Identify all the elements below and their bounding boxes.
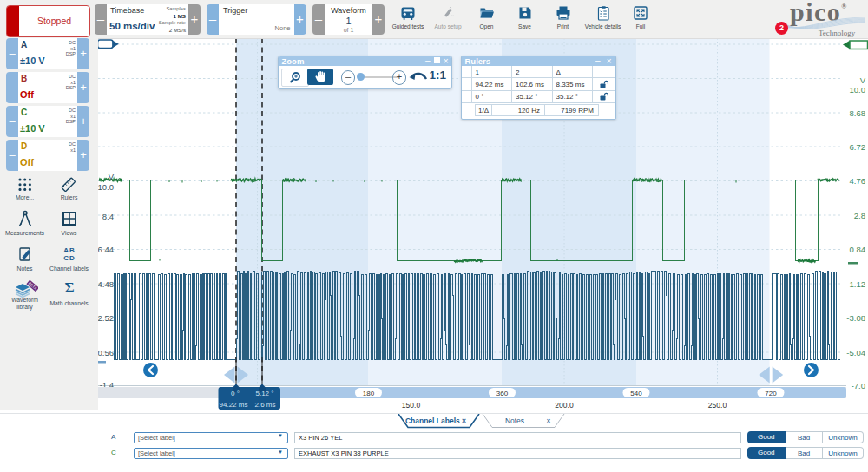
svg-text:2.52: 2.52 [98, 313, 115, 323]
svg-text:540: 540 [630, 390, 642, 397]
svg-text:V: V [108, 172, 115, 181]
svg-text:10.0: 10.0 [98, 182, 115, 192]
svg-text:4.48: 4.48 [98, 279, 115, 289]
svg-text:Notes: Notes [505, 416, 524, 425]
svg-text:2.8: 2.8 [854, 211, 865, 220]
svg-text:4.76: 4.76 [850, 176, 866, 186]
svg-text:94.22 ms: 94.22 ms [220, 401, 248, 409]
svg-text:360: 360 [496, 390, 509, 397]
svg-text:6.72: 6.72 [850, 142, 866, 152]
svg-text:150.0: 150.0 [402, 401, 421, 410]
svg-text:0 °: 0 ° [231, 390, 240, 397]
svg-text:V: V [860, 75, 866, 85]
svg-text:-1.12: -1.12 [846, 279, 865, 289]
svg-text:250.0: 250.0 [708, 401, 727, 410]
svg-text:-3.08: -3.08 [846, 313, 865, 323]
svg-text:Channel Labels ×: Channel Labels × [405, 416, 466, 425]
svg-text:-5.04: -5.04 [846, 348, 865, 357]
svg-text:-7.0: -7.0 [852, 381, 865, 390]
svg-text:720: 720 [765, 390, 777, 397]
svg-text:8.4: 8.4 [102, 212, 114, 221]
svg-text:0.84: 0.84 [850, 245, 866, 254]
svg-text:5.12 °: 5.12 ° [256, 390, 274, 397]
svg-text:6.44: 6.44 [98, 245, 115, 254]
svg-text:200.0: 200.0 [555, 401, 574, 410]
svg-text:8.68: 8.68 [850, 108, 866, 118]
svg-text:×: × [547, 416, 551, 425]
svg-text:180: 180 [363, 390, 375, 397]
svg-text:2.6 ms: 2.6 ms [254, 401, 275, 409]
svg-text:0.56: 0.56 [98, 348, 115, 357]
svg-text:10.0: 10.0 [850, 85, 866, 95]
